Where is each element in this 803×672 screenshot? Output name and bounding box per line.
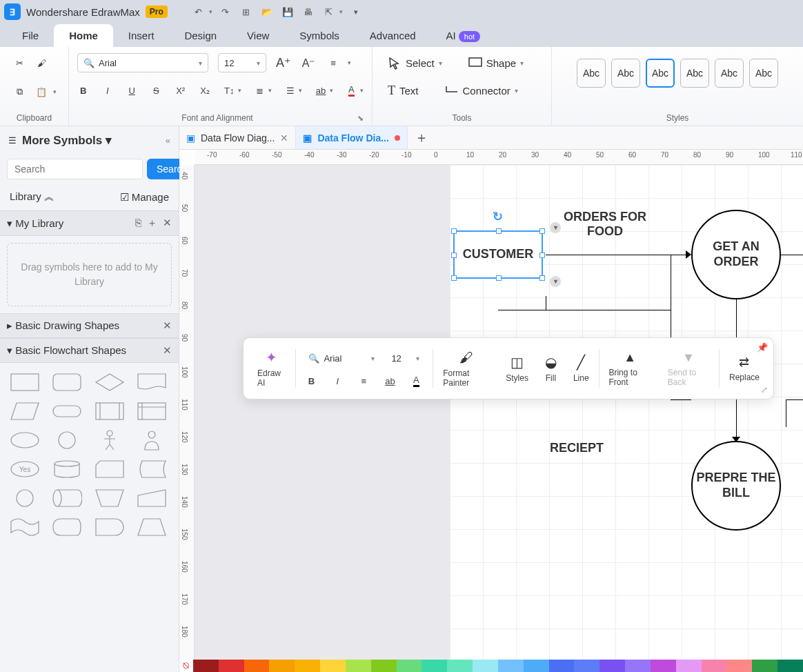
bold-icon[interactable]: B — [77, 83, 89, 98]
shape-direct-data[interactable] — [50, 487, 83, 509]
replace-button[interactable]: ⇄Replace — [722, 355, 766, 382]
shape-card[interactable] — [93, 458, 126, 480]
shape-button[interactable]: Shape▾ — [462, 55, 531, 72]
shape-diamond[interactable] — [93, 371, 126, 393]
color-swatch[interactable] — [219, 660, 244, 672]
shape-manual-op[interactable] — [93, 487, 126, 509]
float-size-combo[interactable]: 12▾ — [386, 348, 424, 368]
color-swatch[interactable] — [702, 660, 727, 672]
shape-ellipse[interactable] — [8, 429, 41, 451]
mylib-section[interactable]: ▾ My Library ⎘＋✕ — [0, 210, 179, 236]
connector[interactable] — [546, 296, 546, 310]
color-swatch[interactable] — [625, 660, 651, 672]
canvas[interactable]: ORDERS FOR FOOD GET AN ORDER RECIEPT PRE… — [195, 165, 803, 660]
color-swatch[interactable] — [447, 660, 473, 672]
color-swatch[interactable] — [777, 660, 803, 672]
superscript-icon[interactable]: X² — [175, 83, 186, 98]
doc-tab-1[interactable]: ▣ Data Flow Dia... — [296, 126, 407, 149]
no-color-swatch[interactable]: ⦰ — [179, 660, 193, 672]
shape-round-rect[interactable] — [50, 371, 83, 393]
connector[interactable] — [546, 255, 691, 255]
shape-internal-storage[interactable] — [135, 400, 168, 422]
color-swatch[interactable] — [752, 660, 777, 672]
shape-document[interactable] — [135, 371, 168, 393]
ruler-horizontal[interactable]: -70-60-50-40-30-20-100102030405060708090… — [195, 150, 803, 165]
shape-user[interactable] — [135, 429, 168, 451]
menu-symbols[interactable]: Symbols — [284, 24, 355, 47]
shape-person[interactable] — [93, 429, 126, 451]
color-swatch[interactable] — [193, 660, 219, 672]
pin-icon[interactable]: 📌 — [757, 342, 768, 353]
shape-delay[interactable] — [93, 516, 126, 538]
font-family-combo[interactable]: 🔍 Arial▾ — [77, 53, 208, 72]
basic-flowchart-section[interactable]: ▾ Basic Flowchart Shapes ✕ — [0, 338, 179, 363]
color-swatch[interactable] — [269, 660, 295, 672]
text-button[interactable]: TText — [381, 81, 426, 101]
open-icon[interactable]: 📂 — [259, 4, 275, 19]
style-preset-1[interactable]: Abc — [611, 59, 640, 88]
color-swatch[interactable] — [244, 660, 270, 672]
color-swatch[interactable] — [549, 660, 575, 672]
underline-icon[interactable]: U — [126, 83, 138, 98]
menu-design[interactable]: Design — [169, 24, 232, 47]
rotate-handle-icon[interactable]: ↻ — [493, 210, 502, 219]
export-icon[interactable]: ⇱ — [321, 4, 337, 19]
style-preset-3[interactable]: Abc — [680, 59, 709, 88]
align-icon[interactable]: ≡ — [326, 55, 341, 70]
shape-trapezoid[interactable] — [135, 516, 168, 538]
subscript-icon[interactable]: X₂ — [199, 83, 210, 98]
shape-predefined[interactable] — [93, 400, 126, 422]
save-icon[interactable]: 💾 — [280, 4, 295, 19]
new-tab-button[interactable]: ＋ — [408, 128, 435, 147]
color-swatch[interactable] — [346, 660, 371, 672]
mylib-new-icon[interactable]: ⎘ — [135, 217, 141, 230]
styles-button[interactable]: ◫Styles — [499, 354, 535, 383]
shape-parallelogram[interactable] — [8, 400, 41, 422]
color-swatch[interactable] — [574, 660, 599, 672]
shape-display[interactable] — [50, 516, 83, 538]
orders-label[interactable]: ORDERS FOR FOOD — [557, 210, 653, 239]
basic-drawing-close-icon[interactable]: ✕ — [163, 319, 172, 332]
connector[interactable] — [780, 255, 803, 255]
paste-icon[interactable]: 📋 — [34, 84, 49, 99]
undo-icon[interactable]: ↶ — [191, 4, 206, 19]
italic-icon[interactable]: I — [330, 373, 345, 388]
format-painter-button[interactable]: 🖌Format Painter — [436, 350, 496, 388]
color-swatch[interactable] — [726, 660, 752, 672]
receipt-label[interactable]: RECIEPT — [550, 441, 604, 455]
copy-icon[interactable]: ⧉ — [12, 84, 27, 99]
shape-yes[interactable]: Yes — [8, 458, 41, 480]
font-shrink-icon[interactable]: A⁻ — [301, 55, 316, 70]
text-height-icon[interactable]: T↕ — [224, 83, 235, 98]
library-toggle[interactable]: Library ︽ — [10, 190, 54, 204]
collapse-sidebar-icon[interactable]: « — [166, 135, 170, 146]
menu-file[interactable]: File — [7, 24, 54, 47]
new-icon[interactable]: ⊞ — [239, 4, 254, 19]
strike-icon[interactable]: S — [150, 83, 162, 98]
style-preset-2[interactable]: Abc — [646, 59, 675, 88]
symbol-search-input[interactable] — [7, 159, 143, 179]
align-icon[interactable]: ≡ — [356, 373, 371, 388]
mylib-drop-zone[interactable]: Drag symbols here to add to My Library — [7, 243, 172, 306]
mylib-add-icon[interactable]: ＋ — [147, 217, 157, 230]
color-swatch[interactable] — [422, 660, 447, 672]
connector[interactable] — [786, 399, 786, 427]
shape-manual-input[interactable] — [135, 487, 168, 509]
doc-tab-0[interactable]: ▣ Data Flow Diag... ✕ — [179, 126, 296, 149]
font-color-icon[interactable]: A — [346, 83, 357, 98]
basic-drawing-section[interactable]: ▸ Basic Drawing Shapes ✕ — [0, 313, 179, 338]
shape-circle[interactable] — [50, 429, 83, 451]
color-swatch[interactable] — [524, 660, 549, 672]
bold-icon[interactable]: B — [304, 373, 319, 388]
send-back-button[interactable]: ▼Send to Back — [661, 350, 716, 387]
shape-tape[interactable] — [8, 516, 41, 538]
select-button[interactable]: Select▾ — [381, 53, 449, 72]
list-icon[interactable]: ☰ — [284, 83, 296, 98]
highlight-icon[interactable]: ab — [382, 373, 397, 388]
line-spacing-icon[interactable]: ≣ — [254, 83, 266, 98]
font-grow-icon[interactable]: A⁺ — [276, 55, 291, 70]
basic-flowchart-close-icon[interactable]: ✕ — [163, 344, 172, 357]
menu-insert[interactable]: Insert — [113, 24, 170, 47]
customer-node[interactable]: CUSTOMER ↻ ▾ ▾ — [453, 230, 543, 279]
more-icon[interactable]: ▾ — [348, 4, 364, 19]
